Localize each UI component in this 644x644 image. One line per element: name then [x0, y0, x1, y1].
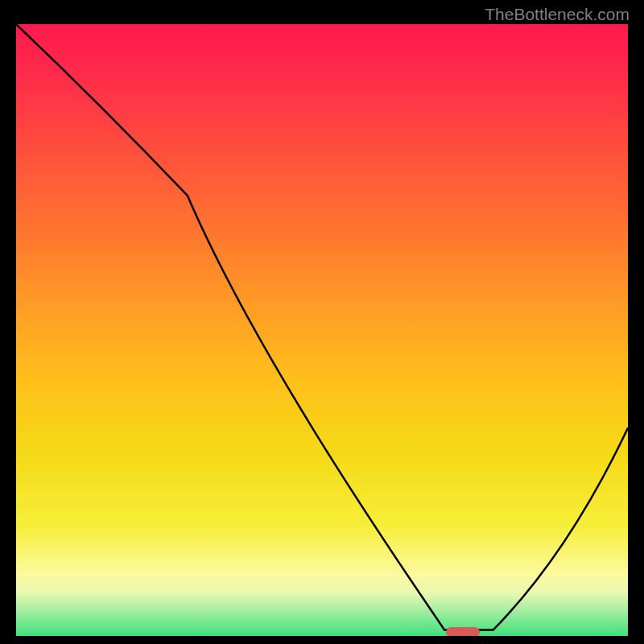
chart-plot-area [16, 24, 628, 636]
y-axis-line [14, 24, 16, 638]
chart-curve [16, 24, 628, 636]
x-axis-line [16, 636, 628, 638]
watermark-text: TheBottleneck.com [485, 5, 630, 24]
